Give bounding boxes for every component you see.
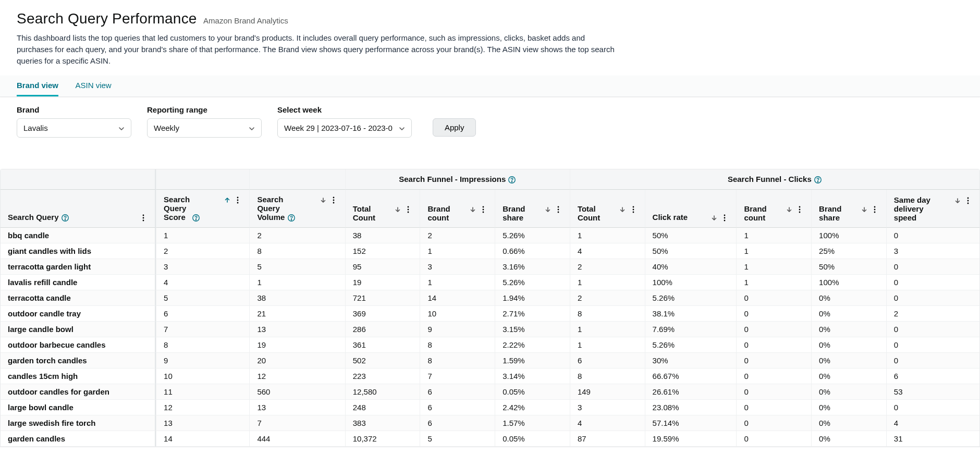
kebab-icon[interactable] (554, 205, 562, 214)
help-icon[interactable] (814, 176, 822, 184)
cell-ctot: 87 (570, 431, 645, 447)
cell-itot: 383 (345, 415, 420, 431)
cell-ibc: 9 (420, 322, 495, 337)
table-row: outdoor candle tray621369102.71%838.1%00… (1, 306, 979, 322)
sort-desc-icon[interactable] (469, 205, 477, 214)
view-tabs: Brand view ASIN view (0, 76, 980, 97)
cell-ctot: 1 (570, 337, 645, 353)
cell-crate: 30% (645, 353, 737, 369)
help-icon[interactable] (287, 214, 296, 222)
cell-score: 9 (156, 353, 249, 369)
cell-crate: 50% (645, 243, 737, 259)
kebab-icon[interactable] (329, 196, 338, 204)
cell-vol: 8 (249, 243, 345, 259)
cell-itot: 95 (345, 259, 420, 275)
kebab-icon[interactable] (720, 214, 729, 222)
range-label: Reporting range (147, 105, 262, 114)
sort-desc-icon[interactable] (544, 205, 552, 214)
range-select[interactable]: Weekly (147, 118, 262, 138)
cell-cbc: 0 (736, 353, 811, 369)
col-click-brand-share[interactable]: Brandshare (811, 190, 886, 228)
cell-q: terracotta candle (1, 290, 156, 306)
sort-desc-icon[interactable] (710, 214, 718, 222)
cell-q: outdoor barbecue candles (1, 337, 156, 353)
cell-ibc: 1 (420, 275, 495, 290)
col-imp-brand-share[interactable]: Brandshare (495, 190, 570, 228)
sort-desc-icon[interactable] (953, 197, 962, 205)
query-table: Search Funnel - Impressions Search Funne… (1, 169, 979, 447)
kebab-icon[interactable] (629, 205, 638, 214)
cell-cbs: 0% (811, 400, 886, 415)
cell-crate: 100% (645, 275, 737, 290)
cell-vol: 5 (249, 259, 345, 275)
week-select[interactable]: Week 29 | 2023-07-16 - 2023-0 (277, 118, 412, 138)
cell-ctot: 4 (570, 243, 645, 259)
kebab-icon[interactable] (139, 214, 148, 222)
col-click-total[interactable]: TotalCount (570, 190, 645, 228)
col-imp-total[interactable]: TotalCount (345, 190, 420, 228)
cell-ibc: 6 (420, 415, 495, 431)
cell-score: 1 (156, 228, 249, 243)
kebab-icon[interactable] (871, 205, 879, 214)
cell-score: 7 (156, 322, 249, 337)
cell-sdd: 6 (886, 369, 979, 384)
cell-crate: 5.26% (645, 290, 737, 306)
help-icon[interactable] (192, 214, 200, 222)
col-imp-brand-count[interactable]: Brandcount (420, 190, 495, 228)
cell-ibc: 14 (420, 290, 495, 306)
tab-brand-view[interactable]: Brand view (17, 76, 58, 96)
cell-sdd: 4 (886, 415, 979, 431)
cell-sdd: 0 (886, 353, 979, 369)
group-impressions: Search Funnel - Impressions (345, 169, 570, 190)
col-score[interactable]: SearchQueryScore (156, 190, 249, 228)
cell-vol: 1 (249, 275, 345, 290)
cell-ctot: 1 (570, 275, 645, 290)
help-icon[interactable] (508, 176, 516, 184)
kebab-icon[interactable] (404, 205, 412, 214)
cell-ibs: 2.71% (495, 306, 570, 322)
col-search-query[interactable]: Search Query (1, 190, 156, 228)
sort-desc-icon[interactable] (319, 196, 327, 204)
kebab-icon[interactable] (964, 197, 972, 205)
cell-cbs: 100% (811, 228, 886, 243)
cell-ctot: 8 (570, 369, 645, 384)
cell-sdd: 0 (886, 322, 979, 337)
cell-vol: 19 (249, 337, 345, 353)
sort-desc-icon[interactable] (785, 205, 793, 214)
table-row: giant candles with lids2815210.66%450%12… (1, 243, 979, 259)
cell-crate: 5.26% (645, 337, 737, 353)
cell-cbc: 0 (736, 306, 811, 322)
cell-ctot: 8 (570, 306, 645, 322)
kebab-icon[interactable] (795, 205, 804, 214)
sort-asc-icon[interactable] (223, 196, 231, 204)
cell-ibs: 1.59% (495, 353, 570, 369)
help-icon[interactable] (61, 214, 69, 222)
cell-score: 11 (156, 384, 249, 400)
week-select-value: Week 29 | 2023-07-16 - 2023-0 (284, 124, 393, 132)
sort-desc-icon[interactable] (394, 205, 402, 214)
cell-score: 5 (156, 290, 249, 306)
sort-desc-icon[interactable] (618, 205, 627, 214)
cell-cbs: 0% (811, 431, 886, 447)
cell-q: bbq candle (1, 228, 156, 243)
kebab-icon[interactable] (234, 196, 242, 204)
cell-cbs: 25% (811, 243, 886, 259)
cell-sdd: 0 (886, 290, 979, 306)
col-volume[interactable]: SearchQueryVolume (249, 190, 345, 228)
table-row: lavalis refill candle411915.26%1100%1100… (1, 275, 979, 290)
apply-button[interactable]: Apply (433, 118, 476, 137)
col-click-brand-count[interactable]: Brandcount (736, 190, 811, 228)
cell-q: garden candles (1, 431, 156, 447)
tab-asin-view[interactable]: ASIN view (75, 76, 111, 95)
cell-cbc: 1 (736, 275, 811, 290)
table-row: outdoor barbecue candles81936182.22%15.2… (1, 337, 979, 353)
cell-q: large candle bowl (1, 322, 156, 337)
cell-ctot: 149 (570, 384, 645, 400)
cell-cbs: 100% (811, 275, 886, 290)
cell-q: outdoor candles for garden (1, 384, 156, 400)
col-same-day-delivery[interactable]: Same daydeliveryspeed (886, 190, 979, 228)
brand-select[interactable]: Lavalis (17, 118, 131, 138)
sort-desc-icon[interactable] (860, 205, 868, 214)
col-click-rate[interactable]: Click rate (645, 190, 737, 228)
kebab-icon[interactable] (479, 205, 487, 214)
